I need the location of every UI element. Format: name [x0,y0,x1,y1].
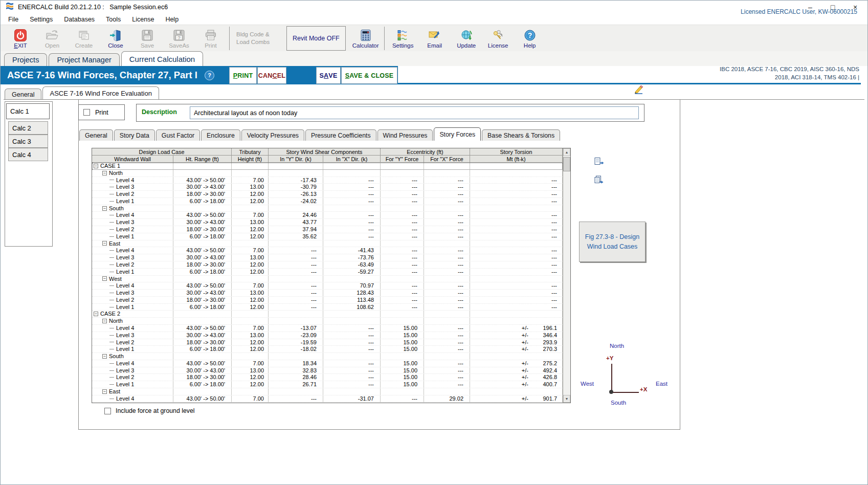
cell [323,163,381,169]
menu-file[interactable]: File [3,16,24,23]
table-row-level-3[interactable]: Level 330.00' -> 43.00'13.00---128.43---… [92,290,563,297]
table-row-level-4[interactable]: Level 443.00' -> 50.00'7.0024.46--------… [92,212,563,219]
doc-tab-general[interactable]: General [5,89,41,100]
collapse-icon[interactable]: − [94,164,98,168]
menu-tools[interactable]: Tools [100,16,126,23]
vertical-scrollbar[interactable]: ▲ ▼ [563,148,570,403]
calc-item-calc-3[interactable]: Calc 3 [8,135,48,148]
cancel-button[interactable]: CANCEL [257,67,286,84]
cell: 70.97 [323,282,381,289]
collapse-icon[interactable]: − [102,319,107,323]
table-row-level-2[interactable]: Level 218.00' -> 30.00'12.00---113.48---… [92,297,563,304]
toolbar-calculator-button[interactable]: Calculator [350,28,382,49]
toolbar-exit-button[interactable]: EXIT [5,28,36,49]
print-label: Print [95,109,108,116]
table-row-level-4[interactable]: Level 443.00' -> 50.00'7.0018.34---15.00… [92,360,563,367]
tab-projects[interactable]: Projects [4,53,47,66]
collapse-icon[interactable]: − [94,312,98,316]
table-row-level-1[interactable]: Level 16.00' -> 18.00'12.00---108.62----… [92,304,563,311]
table-row-east-group[interactable]: −East [92,240,563,248]
table-row-level-3[interactable]: Level 330.00' -> 43.00'13.00-30.79------… [92,184,563,191]
table-row-level-3[interactable]: Level 330.00' -> 43.00'13.0043.77-------… [92,219,563,226]
toolbar-close-button[interactable]: Close [100,28,131,49]
collapse-icon[interactable]: − [102,171,107,175]
calc-item-calc-4[interactable]: Calc 4 [8,148,48,161]
table-row-level-4[interactable]: Level 443.00' -> 50.00'7.00----41.43----… [92,247,563,254]
fig-design-wind-load-cases-button[interactable]: Fig 27.3-8 - Design Wind Load Cases [579,222,646,262]
table-row-south-group[interactable]: −South [92,205,563,212]
table-row-level-2[interactable]: Level 218.00' -> 30.00'12.00-26.13------… [92,191,563,198]
sub-tab-story-data[interactable]: Story Data [114,129,155,141]
description-input[interactable] [190,106,639,119]
print-checkbox[interactable] [83,109,90,116]
menu-databases[interactable]: Databases [58,16,100,23]
row-label: Level 3 [116,332,134,339]
print-button[interactable]: PRINT [229,67,257,84]
collapse-icon[interactable]: − [102,241,107,246]
toolbar-license-button[interactable]: License [482,28,514,49]
help-circle-icon[interactable]: ? [205,71,214,80]
edit-pencil-icon[interactable] [634,85,644,96]
collapse-icon[interactable]: − [102,206,107,211]
tab-current-calculation[interactable]: Current Calculation [121,51,203,66]
table-row-level-3[interactable]: Level 330.00' -> 43.00'13.0032.83---15.0… [92,367,563,374]
sub-tab-wind-pressures[interactable]: Wind Pressures [377,129,433,141]
table-row-level-3[interactable]: Level 330.00' -> 43.00'13.00-23.09---15.… [92,332,563,339]
scroll-up-arrow[interactable]: ▲ [563,148,570,156]
table-row-level-2[interactable]: Level 218.00' -> 30.00'12.0028.46---15.0… [92,374,563,381]
save-close-button[interactable]: SAVE & CLOSE [341,67,397,84]
table-row-level-2[interactable]: Level 218.00' -> 30.00'12.00-19.59---15.… [92,339,563,346]
table-row-level-2[interactable]: Level 218.00' -> 30.00'12.00----63.49---… [92,261,563,269]
sub-tab-enclosure[interactable]: Enclosure [201,129,240,141]
scroll-down-arrow[interactable]: ▼ [563,395,570,403]
table-row-south-group[interactable]: −South [92,353,563,360]
sub-tab-pressure-coefficients[interactable]: Pressure Coefficients [305,129,376,141]
table-row-west-group[interactable]: −West [92,276,563,283]
table-row-level-1[interactable]: Level 16.00' -> 18.00'12.00-24.02-------… [92,198,563,205]
calc-item-calc-1[interactable]: Calc 1 [6,103,50,119]
export-table-icon[interactable] [594,157,604,168]
menu-settings[interactable]: Settings [24,16,58,23]
row-label: Level 4 [116,325,134,332]
table-row-level-1[interactable]: Level 16.00' -> 18.00'12.00-18.02---15.0… [92,346,563,353]
export-all-tables-icon[interactable] [594,175,604,186]
table-row-level-4[interactable]: Level 443.00' -> 50.00'7.00-17.43-------… [92,177,563,184]
tab-project-manager[interactable]: Project Manager [49,53,119,66]
toolbar-settings-button[interactable]: Settings [387,28,419,49]
table-row-level-1[interactable]: Level 16.00' -> 18.00'12.00----59.27----… [92,269,563,276]
table-row-case-2-group[interactable]: −CASE 2 [92,311,563,318]
table-row-level-2[interactable]: Level 218.00' -> 30.00'12.0037.94-------… [92,226,563,233]
revit-mode-button[interactable]: Revit Mode OFF [286,26,346,51]
table-row-level-1[interactable]: Level 16.00' -> 18.00'12.0035.62--------… [92,233,563,240]
collapse-icon[interactable]: − [102,276,107,281]
sub-tab-velocity-pressures[interactable]: Velocity Pressures [241,129,304,141]
table-row-east-group[interactable]: −East [92,388,563,395]
sub-tab-gust-factor[interactable]: Gust Factor [156,129,200,141]
tree-connector [109,363,114,364]
collapse-icon[interactable]: − [102,389,107,394]
menu-license[interactable]: License [126,16,160,23]
toolbar-help-button[interactable]: ?Help [514,28,546,49]
include-ground-force-checkbox[interactable] [104,408,111,414]
table-row-case-1-group[interactable]: −CASE 1 [92,163,563,170]
toolbar-update-button[interactable]: Update [451,28,482,49]
save-button[interactable]: SAVE [316,67,341,84]
table-row-level-1[interactable]: Level 16.00' -> 18.00'12.0026.71---15.00… [92,381,563,388]
toolbar-email-button[interactable]: Email [419,28,451,49]
table-row-level-4[interactable]: Level 443.00' -> 50.00'7.00-13.07---15.0… [92,325,563,332]
menu-help[interactable]: Help [160,16,184,23]
table-row-north-group[interactable]: −North [92,170,563,177]
calc-item-calc-2[interactable]: Calc 2 [8,121,48,135]
cell [323,205,381,212]
sub-tab-base-shears-torsions[interactable]: Base Shears & Torsions [482,129,560,141]
doc-tab-asce-7-16-wind-force-evaluation[interactable]: ASCE 7-16 Wind Force Evaluation [42,86,159,100]
table-row-level-4[interactable]: Level 443.00' -> 50.00'7.00----31.07---2… [92,395,563,403]
table-row-level-3[interactable]: Level 330.00' -> 43.00'13.00----73.76---… [92,254,563,261]
sub-tab-general[interactable]: General [79,129,113,141]
tree-cell: Level 4 [92,360,173,367]
table-row-level-4[interactable]: Level 443.00' -> 50.00'7.00---70.97-----… [92,282,563,290]
table-row-north-group[interactable]: −North [92,318,563,325]
sub-tab-story-forces[interactable]: Story Forces [434,127,481,141]
scroll-thumb[interactable] [563,157,570,171]
collapse-icon[interactable]: − [102,354,107,359]
